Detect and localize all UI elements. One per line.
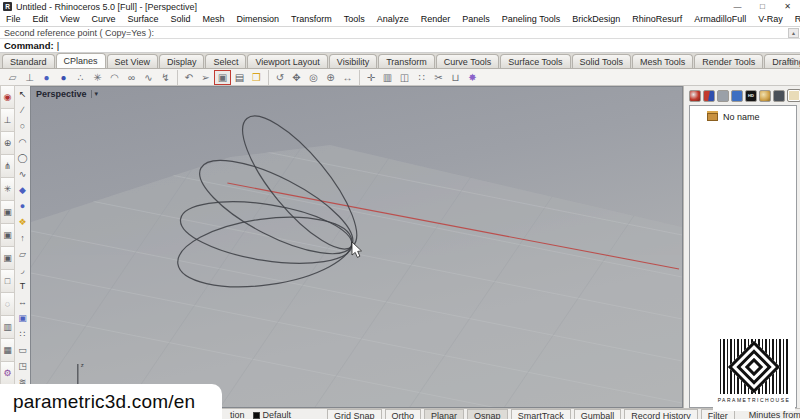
tab-transform[interactable]: Transform <box>378 54 435 68</box>
new-file-icon[interactable]: ▱ <box>4 70 21 85</box>
notes-tab-icon[interactable] <box>787 89 800 102</box>
fillet-icon[interactable]: ◞ <box>15 262 30 278</box>
save-icon[interactable]: ▤ <box>231 70 248 85</box>
layer-stack-icon[interactable]: ▥ <box>0 315 15 339</box>
array-icon[interactable]: ∷ <box>413 70 430 85</box>
menu-item[interactable]: Edit <box>27 13 55 26</box>
close-button[interactable]: ✕ <box>775 0 800 13</box>
layer-row-no-name[interactable]: No name <box>690 106 796 122</box>
shaded-sphere-icon[interactable]: ● <box>38 70 55 85</box>
menu-item[interactable]: Solid <box>164 13 196 26</box>
solid-cube-icon[interactable]: ◆ <box>15 182 30 198</box>
command-line[interactable]: Command: | <box>0 39 800 53</box>
undo-icon[interactable]: ↶ <box>177 70 197 85</box>
tab-select[interactable]: Select <box>205 54 246 68</box>
tab-set-view[interactable]: Set View <box>107 54 158 68</box>
status-clipped-cell[interactable]: tion <box>226 409 249 419</box>
arc-tool-icon[interactable]: ◠ <box>15 134 30 150</box>
box-wireframe-icon[interactable]: □ <box>0 269 15 293</box>
tab-solid-tools[interactable]: Solid Tools <box>572 54 631 68</box>
properties-tab-icon[interactable] <box>717 90 729 102</box>
tab-options-icon[interactable]: ◎ <box>788 56 796 66</box>
points-icon[interactable]: ∴ <box>72 70 89 85</box>
status-ortho[interactable]: Ortho <box>385 409 422 419</box>
menu-item[interactable]: Paneling Tools <box>496 13 566 26</box>
menu-item[interactable]: BrickDesign <box>566 13 626 26</box>
menu-item[interactable]: Analyze <box>371 13 415 26</box>
lasso-select-icon[interactable]: ◌ <box>0 292 15 316</box>
patch-icon[interactable]: ◳ <box>15 358 30 374</box>
arc-icon[interactable]: ◠ <box>106 70 123 85</box>
line-icon[interactable]: ∕ <box>15 102 30 118</box>
box-shaded-icon[interactable]: ▣ <box>0 223 15 247</box>
gumball-icon[interactable]: ⊕ <box>322 70 339 85</box>
minimize-button[interactable]: — <box>725 0 750 13</box>
copy-icon[interactable]: ▥ <box>379 70 396 85</box>
hatch-icon[interactable]: ▦ <box>0 338 15 362</box>
block-icon[interactable]: ▣ <box>15 310 30 326</box>
menu-item[interactable]: View <box>54 13 85 26</box>
world-globe-icon[interactable]: ⊕ <box>0 131 15 155</box>
named-views-tab-icon[interactable] <box>731 90 743 102</box>
settings-gear-icon[interactable]: ⚙ <box>0 361 15 385</box>
tab-display[interactable]: Display <box>159 54 205 68</box>
menu-item[interactable]: Transform <box>285 13 338 26</box>
curve-icon[interactable]: ∿ <box>140 70 157 85</box>
pointer-icon[interactable]: ↖ <box>15 86 30 102</box>
ellipse-icon[interactable]: ◯ <box>15 150 30 166</box>
cylinder-icon[interactable]: ● <box>15 198 30 214</box>
menu-item[interactable]: RhinoResurf <box>626 13 688 26</box>
menu-item[interactable]: ArmadilloFull <box>688 13 752 26</box>
boolean-icon[interactable]: ❖ <box>15 214 30 230</box>
status-planar[interactable]: Planar <box>424 409 464 419</box>
box-textured-icon[interactable]: ▣ <box>0 246 15 270</box>
link-icon[interactable]: ∞ <box>123 70 140 85</box>
freeform-curve-icon[interactable]: ∿ <box>15 166 30 182</box>
status-record-history[interactable]: Record History <box>624 409 698 419</box>
rotate-view-icon[interactable]: ↺ <box>268 70 288 85</box>
box-solid-icon[interactable]: ▣ <box>0 200 15 224</box>
polyline-icon[interactable]: ↯ <box>157 70 174 85</box>
menu-item[interactable]: File <box>0 13 27 26</box>
status-grid-snap[interactable]: Grid Snap <box>327 409 382 419</box>
explode-icon[interactable]: ✸ <box>464 70 481 85</box>
join-icon[interactable]: ⊔ <box>447 70 464 85</box>
snap-star-icon[interactable]: ✳ <box>0 177 15 201</box>
text-tool-icon[interactable]: T <box>15 278 30 294</box>
tab-cplanes[interactable]: CPlanes <box>56 53 106 68</box>
extrude-icon[interactable]: ↑ <box>15 230 30 246</box>
menu-item[interactable]: Dimension <box>230 13 285 26</box>
render-hd-tab-icon[interactable]: HD <box>745 90 757 102</box>
open-folder-icon[interactable]: ❒ <box>248 70 265 85</box>
menu-item[interactable]: Curve <box>85 13 121 26</box>
menu-item[interactable]: Mesh <box>196 13 230 26</box>
viewport-title[interactable]: Perspective ▾ <box>36 89 98 99</box>
menu-item[interactable]: Panels <box>456 13 496 26</box>
menu-item[interactable]: Tools <box>338 13 371 26</box>
zoom-icon[interactable]: ◎ <box>305 70 322 85</box>
circle-icon[interactable]: ○ <box>15 118 30 134</box>
object-tree-icon[interactable]: ⋔ <box>0 154 15 178</box>
select-pointer-icon[interactable]: ➢ <box>197 70 214 85</box>
status-gumball[interactable]: Gumball <box>574 409 622 419</box>
menu-item[interactable]: Render <box>415 13 457 26</box>
record-history-icon[interactable]: ◉ <box>0 85 15 109</box>
dimension-icon[interactable]: ↔ <box>15 294 30 310</box>
tab-mesh-tools[interactable]: Mesh Tools <box>632 54 693 68</box>
tab-surface-tools[interactable]: Surface Tools <box>500 54 570 68</box>
status-layer-default[interactable]: Default <box>249 409 296 419</box>
mirror-icon[interactable]: ◫ <box>396 70 413 85</box>
tab-standard[interactable]: Standard <box>2 54 55 68</box>
stretch-icon[interactable]: ↔ <box>339 70 356 85</box>
plane-icon[interactable]: ▭ <box>15 342 30 358</box>
pan-view-icon[interactable]: ✥ <box>288 70 305 85</box>
menu-item[interactable]: V-Ray <box>752 13 789 26</box>
display-tab-icon[interactable] <box>689 90 701 102</box>
layers-tab-icon[interactable] <box>703 90 715 102</box>
osnap-icon[interactable]: ✳ <box>89 70 106 85</box>
perspective-viewport[interactable]: Perspective ▾ <box>30 86 683 408</box>
tab-render-tools[interactable]: Render Tools <box>694 54 763 68</box>
status-smarttrack[interactable]: SmartTrack <box>511 409 571 419</box>
menu-item[interactable]: RhinoNest <box>789 13 800 26</box>
trim-icon[interactable]: ✂ <box>430 70 447 85</box>
